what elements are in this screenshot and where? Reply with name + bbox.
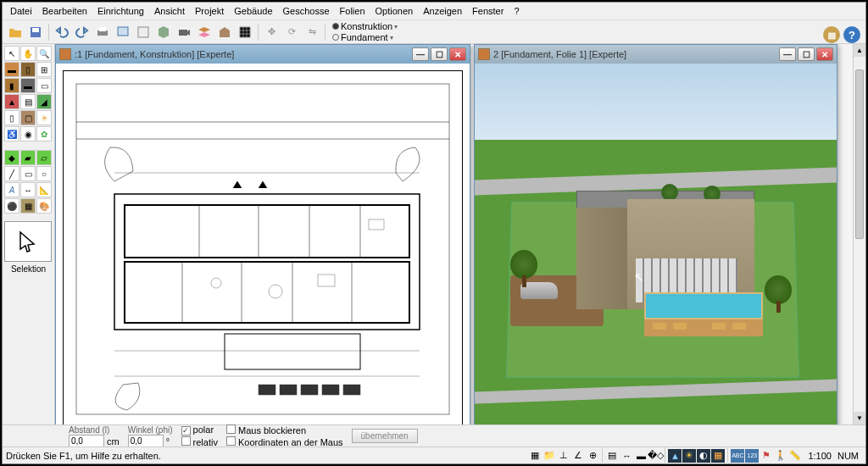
chimney-tool-icon[interactable]: ▯ bbox=[4, 110, 19, 125]
material-icon[interactable]: ▦ bbox=[20, 198, 36, 214]
scroll-up-icon[interactable]: ▲ bbox=[854, 44, 865, 57]
help-icon[interactable]: ? bbox=[843, 26, 860, 43]
stair-tool-icon[interactable]: ▤ bbox=[20, 94, 36, 109]
line-tool-icon[interactable]: ╱ bbox=[4, 166, 19, 181]
koord-checkbox[interactable] bbox=[226, 436, 236, 446]
flag-icon[interactable]: ⚑ bbox=[760, 449, 773, 463]
shape2-icon[interactable]: ▰ bbox=[20, 150, 36, 165]
rotate-icon[interactable]: ⟳ bbox=[282, 23, 301, 42]
layer-selector[interactable]: Konstruktion▾ Fundament▾ bbox=[332, 21, 398, 42]
menu-optionen[interactable]: Optionen bbox=[371, 4, 418, 18]
view2d-icon[interactable] bbox=[134, 23, 153, 42]
maximize-button[interactable]: ☐ bbox=[431, 47, 448, 61]
titlebar-2d[interactable]: :1 [Fundament, Konstruktion] [Experte] —… bbox=[56, 45, 470, 64]
render-icon[interactable]: ▲ bbox=[668, 449, 682, 463]
floorplan-viewport[interactable] bbox=[56, 64, 470, 424]
menu-datei[interactable]: Datei bbox=[6, 4, 36, 18]
plant-tool-icon[interactable]: ✿ bbox=[36, 126, 52, 141]
ortho-icon[interactable]: ⊥ bbox=[557, 449, 570, 463]
polar-checkbox[interactable]: ✓ bbox=[181, 426, 191, 435]
menu-ansicht[interactable]: Ansicht bbox=[150, 4, 189, 18]
roof-tool-icon[interactable]: ▲ bbox=[4, 94, 19, 109]
new-window-icon[interactable] bbox=[114, 23, 132, 42]
menu-fenster[interactable]: Fenster bbox=[468, 4, 508, 18]
endpoint-icon[interactable]: �◇ bbox=[648, 449, 662, 463]
scroll-thumb[interactable] bbox=[855, 69, 864, 239]
angle-icon[interactable]: ∠ bbox=[571, 449, 585, 463]
close-button[interactable]: ✕ bbox=[449, 47, 466, 61]
menu-gebaeude[interactable]: Gebäude bbox=[230, 4, 276, 18]
light-icon[interactable]: ☀ bbox=[682, 449, 696, 463]
wall-tool-icon[interactable]: ▬ bbox=[4, 62, 19, 77]
menu-bearbeiten[interactable]: Bearbeiten bbox=[38, 4, 92, 18]
person-icon[interactable]: 🚶 bbox=[774, 449, 787, 463]
menu-einrichtung[interactable]: Einrichtung bbox=[93, 4, 148, 18]
sphere-icon[interactable]: ⚫ bbox=[4, 198, 19, 214]
scale-display[interactable]: 1:100 bbox=[808, 451, 832, 461]
cursor-tool-icon[interactable]: ↖ bbox=[4, 46, 19, 61]
move-icon[interactable]: ✥ bbox=[262, 23, 281, 42]
light-tool-icon[interactable]: ☀ bbox=[36, 110, 52, 125]
menu-geschosse[interactable]: Geschosse bbox=[279, 4, 334, 18]
render-viewport[interactable]: ↖ bbox=[475, 64, 837, 424]
tag-abc-icon[interactable]: ABC bbox=[731, 449, 744, 463]
paint-icon[interactable]: 🎨 bbox=[36, 198, 52, 214]
column-tool-icon[interactable]: ▮ bbox=[4, 78, 19, 93]
grid-snap-icon[interactable]: ▦ bbox=[528, 449, 542, 463]
menu-folien[interactable]: Folien bbox=[336, 4, 370, 18]
view3d-icon[interactable] bbox=[154, 23, 173, 42]
layers-icon[interactable] bbox=[195, 23, 214, 42]
open-icon[interactable] bbox=[6, 23, 25, 42]
minimize-button[interactable]: — bbox=[779, 47, 796, 61]
shape3-icon[interactable]: ▱ bbox=[36, 150, 52, 165]
book-icon[interactable]: ≣ bbox=[823, 26, 840, 43]
snap-icon[interactable]: ⊕ bbox=[586, 449, 599, 463]
maus-checkbox[interactable] bbox=[226, 424, 236, 434]
dim-tool-icon[interactable]: ↔ bbox=[20, 182, 36, 197]
scroll-down-icon[interactable]: ▼ bbox=[854, 412, 865, 424]
door-tool-icon[interactable]: ▯ bbox=[20, 62, 36, 77]
hand-tool-icon[interactable]: ✋ bbox=[20, 46, 36, 61]
zoom-tool-icon[interactable]: 🔍 bbox=[36, 46, 52, 61]
rect-tool-icon[interactable]: ▭ bbox=[20, 166, 36, 181]
ruler-icon[interactable]: 📏 bbox=[788, 449, 802, 463]
relativ-checkbox[interactable] bbox=[181, 436, 191, 446]
uebernehmen-button[interactable]: übernehmen bbox=[352, 429, 418, 443]
menu-anzeigen[interactable]: Anzeigen bbox=[419, 4, 466, 18]
furniture-tool-icon[interactable]: ▢ bbox=[20, 110, 36, 125]
folder-icon[interactable]: 📁 bbox=[542, 449, 556, 463]
close-button[interactable]: ✕ bbox=[816, 47, 833, 61]
terrain-tool-icon[interactable]: ◢ bbox=[36, 94, 52, 109]
layer-icon[interactable]: ▤ bbox=[605, 449, 619, 463]
undo-icon[interactable] bbox=[53, 23, 71, 42]
dim-icon[interactable]: ↔ bbox=[620, 449, 633, 463]
save-icon[interactable] bbox=[26, 23, 45, 42]
circle-tool-icon[interactable]: ○ bbox=[36, 166, 52, 181]
wall-snap-icon[interactable]: ▬ bbox=[634, 449, 648, 463]
redo-icon[interactable] bbox=[73, 23, 92, 42]
measure-tool-icon[interactable]: 📐 bbox=[36, 182, 52, 197]
menu-help[interactable]: ? bbox=[509, 4, 523, 18]
menu-projekt[interactable]: Projekt bbox=[191, 4, 228, 18]
slab-tool-icon[interactable]: ▬ bbox=[20, 78, 36, 93]
print-icon[interactable] bbox=[93, 23, 112, 42]
titlebar-3d[interactable]: 2 [Fundament, Folie 1] [Experte] — ☐ ✕ bbox=[475, 45, 837, 64]
texture-icon[interactable]: ▦ bbox=[711, 449, 725, 463]
text-tool-icon[interactable]: A bbox=[4, 182, 19, 197]
shape1-icon[interactable]: ◆ bbox=[4, 150, 19, 165]
object-tool-icon[interactable]: ◉ bbox=[20, 126, 36, 141]
camera-icon[interactable] bbox=[175, 23, 193, 42]
minimize-button[interactable]: — bbox=[412, 47, 429, 61]
tag-123-icon[interactable]: 123 bbox=[745, 449, 759, 463]
maximize-button[interactable]: ☐ bbox=[798, 47, 815, 61]
beam-tool-icon[interactable]: ▭ bbox=[36, 78, 52, 93]
shadow-icon[interactable]: ◐ bbox=[697, 449, 710, 463]
chair-tool-icon[interactable]: ♿ bbox=[4, 126, 19, 141]
building-icon[interactable] bbox=[215, 23, 234, 42]
mirror-icon[interactable]: ⇋ bbox=[303, 23, 321, 42]
grid-icon[interactable] bbox=[236, 23, 254, 42]
window-2d[interactable]: :1 [Fundament, Konstruktion] [Experte] —… bbox=[55, 44, 470, 424]
window-3d[interactable]: 2 [Fundament, Folie 1] [Experte] — ☐ ✕ bbox=[474, 44, 837, 424]
window-tool-icon[interactable]: ⊞ bbox=[36, 62, 52, 77]
vertical-scrollbar[interactable]: ▲ ▼ bbox=[853, 44, 865, 424]
